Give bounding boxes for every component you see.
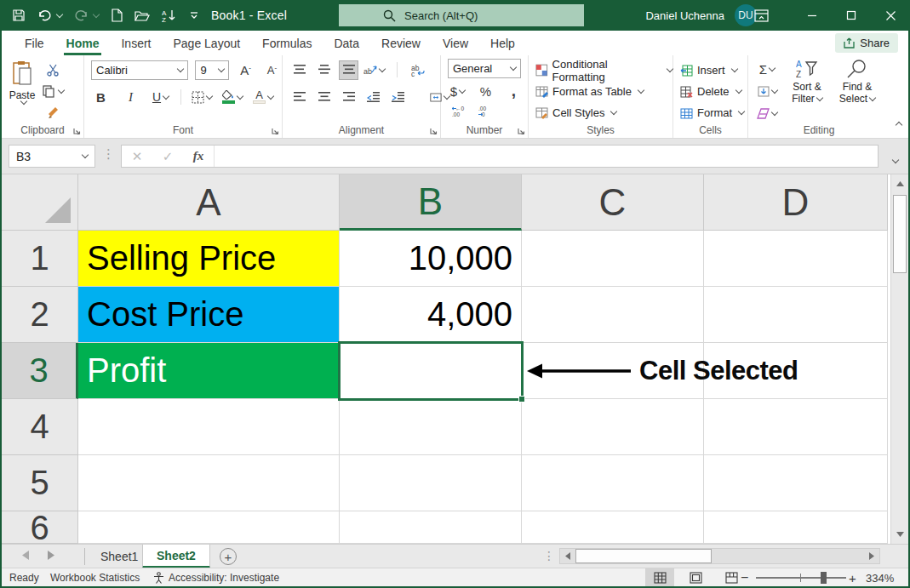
insert-cells-button[interactable]: Insert [680,60,747,80]
formula-bar-expand-button[interactable] [890,151,898,166]
row-header-6[interactable]: 6 [2,511,78,544]
tabbar-splitter[interactable]: ⋮ [543,549,555,562]
increase-font-button[interactable]: Aˆ [236,60,255,80]
view-normal-button[interactable] [645,568,674,587]
cell-a3[interactable]: Profit [78,343,340,399]
font-size-select[interactable]: 9 [195,60,229,80]
accounting-format-button[interactable]: $ [448,82,467,101]
tab-file[interactable]: File [14,31,55,55]
copy-button[interactable] [43,82,64,101]
column-header-d[interactable]: D [704,174,888,231]
sheet-nav-left-button[interactable] [22,551,29,560]
cell-b1[interactable]: 10,000 [340,231,522,287]
row-header-4[interactable]: 4 [2,399,78,455]
clipboard-dialog-launcher[interactable] [72,127,81,135]
row-header-5[interactable]: 5 [2,455,78,511]
workbook-statistics-button[interactable]: Workbook Statistics [50,568,140,587]
tab-help[interactable]: Help [479,31,526,55]
cell-d2[interactable] [704,287,888,343]
cell-a1[interactable]: Selling Price [78,231,340,287]
open-button[interactable] [134,9,150,22]
maximize-button[interactable] [832,0,871,31]
scroll-left-button[interactable] [560,549,575,563]
account-area[interactable]: Daniel Uchenna DU [645,0,757,31]
row-header-1[interactable]: 1 [2,231,78,287]
find-select-button[interactable]: Find & Select [832,59,883,123]
formula-bar-handle[interactable]: ⋮ [102,146,115,162]
comma-style-button[interactable]: , [504,82,524,101]
font-dialog-launcher[interactable] [271,127,279,135]
scroll-right-button[interactable] [864,549,879,563]
cell-a6[interactable] [78,511,340,544]
cell-b6[interactable] [340,511,522,544]
tab-home[interactable]: Home [55,31,111,55]
tab-sheet2[interactable]: Sheet2 [142,545,210,568]
cell-a2[interactable]: Cost Price [78,287,340,343]
increase-indent-button[interactable] [388,88,408,107]
number-dialog-launcher[interactable] [517,127,525,135]
save-button[interactable] [12,9,26,22]
ribbon-display-options-button[interactable] [741,0,781,31]
zoom-in-button[interactable]: + [849,568,856,587]
selected-cell-outline[interactable] [338,341,524,401]
decrease-font-button[interactable]: Aˇ [262,60,282,80]
increase-decimal-button[interactable]: ←0.00 [448,102,467,122]
qat-customize-button[interactable] [189,11,199,20]
cut-button[interactable] [43,60,64,80]
cell-d4[interactable] [704,399,888,455]
name-box[interactable]: B3 [9,145,95,168]
cell-b4[interactable] [340,399,522,455]
horizontal-scroll-thumb[interactable] [575,549,712,563]
orientation-button[interactable]: ab [363,60,385,80]
scroll-down-button[interactable] [892,527,907,542]
column-header-a[interactable]: A [78,174,340,231]
vertical-scrollbar[interactable] [890,174,908,544]
fill-button[interactable] [757,82,777,101]
cell-d5[interactable] [704,455,888,511]
collapse-ribbon-button[interactable] [894,116,901,131]
borders-button[interactable] [192,88,212,107]
cell-b5[interactable] [340,455,522,511]
zoom-slider-thumb[interactable] [821,572,827,584]
tab-view[interactable]: View [432,31,479,55]
tab-review[interactable]: Review [370,31,432,55]
cell-a5[interactable] [78,455,340,511]
autosum-button[interactable]: Σ [757,60,777,79]
tab-data[interactable]: Data [323,31,370,55]
horizontal-scrollbar[interactable] [559,548,880,564]
accessibility-status-button[interactable]: Accessibility: Investigate [153,568,279,587]
decrease-decimal-button[interactable]: .000 [474,102,494,122]
conditional-formatting-button[interactable]: Conditional Formatting [535,60,672,80]
cell-c5[interactable] [522,455,704,511]
percent-style-button[interactable]: % [476,82,495,101]
format-painter-button[interactable] [43,103,64,123]
scroll-up-button[interactable] [892,176,907,191]
cell-styles-button[interactable]: Cell Styles [535,103,672,123]
vertical-scroll-thumb[interactable] [893,195,907,273]
font-family-select[interactable]: Calibri [91,60,188,80]
insert-function-button[interactable]: fx [183,149,214,163]
cell-c6[interactable] [522,511,704,544]
tab-formulas[interactable]: Formulas [251,31,323,55]
cancel-button[interactable]: ✕ [122,149,152,164]
zoom-level[interactable]: 334% [866,568,894,587]
search-box[interactable]: Search (Alt+Q) [339,4,584,26]
fill-handle[interactable] [518,396,525,402]
align-left-button[interactable] [289,88,309,107]
close-button[interactable] [871,0,910,31]
sort-filter-button[interactable]: AZ Sort & Filter [782,59,832,123]
font-color-button[interactable]: A [253,88,273,107]
clear-button[interactable] [757,104,777,123]
tab-insert[interactable]: Insert [110,31,162,55]
select-all-button[interactable] [2,174,78,231]
delete-cells-button[interactable]: Delete [680,82,747,101]
redo-button[interactable] [74,9,99,22]
format-as-table-button[interactable]: Format as Table [535,82,672,101]
number-format-select[interactable]: General [448,59,521,78]
minimize-button[interactable] [793,0,832,31]
wrap-text-button[interactable]: abc [408,60,427,80]
cell-b2[interactable]: 4,000 [340,287,522,343]
cell-c2[interactable] [522,287,704,343]
sort-ascending-button[interactable]: AZ [162,9,177,23]
decrease-indent-button[interactable] [363,88,383,107]
